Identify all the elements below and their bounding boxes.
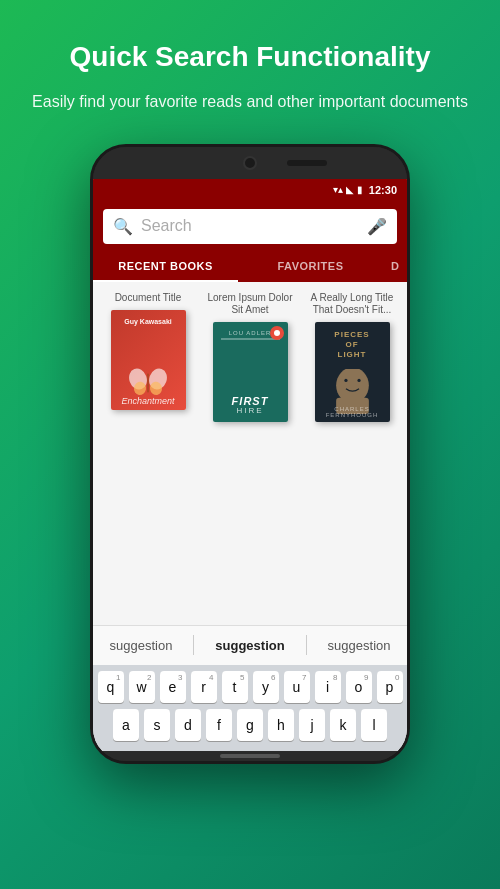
keyboard-suggestions: suggestion suggestion suggestion [93, 625, 407, 665]
key-r[interactable]: 4r [191, 671, 217, 703]
book-3-main-title: PIECESOFLIGHT [319, 330, 386, 361]
suggestion-3[interactable]: suggestion [316, 634, 403, 657]
phone-screen: ▾▴ ◣ ▮ 12:30 🔍 Search 🎤 RECENT BOOKS [93, 179, 407, 751]
svg-point-8 [357, 378, 360, 381]
key-e[interactable]: 3e [160, 671, 186, 703]
tabs-bar: RECENT BOOKS FAVORITES D [93, 252, 407, 282]
search-box[interactable]: 🔍 Search 🎤 [103, 209, 397, 244]
phone-camera [243, 156, 257, 170]
suggestion-1[interactable]: suggestion [97, 634, 184, 657]
key-q[interactable]: 1q [98, 671, 124, 703]
home-indicator [220, 754, 280, 758]
tab-recent-books[interactable]: RECENT BOOKS [93, 252, 238, 282]
tab-partial[interactable]: D [383, 252, 407, 282]
battery-icon: ▮ [357, 184, 363, 195]
key-d[interactable]: d [175, 709, 201, 741]
book-cover-3[interactable]: PIECESOFLIGHT [315, 322, 390, 422]
status-bar: ▾▴ ◣ ▮ 12:30 [93, 179, 407, 201]
keyboard-row-2: a s d f g h j k l [97, 709, 403, 741]
key-f[interactable]: f [206, 709, 232, 741]
key-g[interactable]: g [237, 709, 263, 741]
book-3-author: CHARLES FERNYHOUGH [315, 406, 390, 418]
book-cover-1[interactable]: Guy Kawasaki Enchan [111, 310, 186, 410]
key-u[interactable]: 7u [284, 671, 310, 703]
key-y[interactable]: 6y [253, 671, 279, 703]
book-word-sub: HIRE [213, 406, 288, 415]
key-w[interactable]: 2w [129, 671, 155, 703]
book-item-1[interactable]: Document Title Guy Kawasaki [101, 292, 195, 615]
book-title-3: A Really Long Title That Doesn't Fit... [305, 292, 399, 316]
svg-point-7 [344, 378, 347, 381]
key-l[interactable]: l [361, 709, 387, 741]
phone-speaker [287, 160, 327, 166]
signal-icon: ◣ [346, 184, 354, 195]
book-badge-2 [270, 326, 284, 340]
book-item-3[interactable]: A Really Long Title That Doesn't Fit... … [305, 292, 399, 615]
books-grid: Document Title Guy Kawasaki [93, 282, 407, 625]
app-bar: 🔍 Search 🎤 [93, 201, 407, 252]
book-author-1: Guy Kawasaki [115, 318, 182, 326]
butterfly-icon [128, 367, 168, 397]
key-k[interactable]: k [330, 709, 356, 741]
book-item-2[interactable]: Lorem Ipsum Dolor Sit Amet LOU ADLER FIR… [203, 292, 297, 615]
divider-2 [306, 635, 307, 655]
search-icon: 🔍 [113, 217, 133, 236]
book-title-2: Lorem Ipsum Dolor Sit Amet [203, 292, 297, 316]
keyboard-row-1: 1q 2w 3e 4r 5t 6y 7u 8i 9o 0p [97, 671, 403, 703]
status-time: 12:30 [369, 184, 397, 196]
key-p[interactable]: 0p [377, 671, 403, 703]
phone-notch [93, 147, 407, 179]
book-cover-name-1: Enchantment [115, 396, 182, 406]
phone-body: ▾▴ ◣ ▮ 12:30 🔍 Search 🎤 RECENT BOOKS [90, 144, 410, 764]
wifi-icon: ▾▴ [333, 184, 343, 195]
key-o[interactable]: 9o [346, 671, 372, 703]
key-a[interactable]: a [113, 709, 139, 741]
key-t[interactable]: 5t [222, 671, 248, 703]
page-subtitle: Easily find your favorite reads and othe… [32, 90, 468, 114]
microphone-icon[interactable]: 🎤 [367, 217, 387, 236]
phone-home-bar [93, 751, 407, 761]
divider-1 [193, 635, 194, 655]
search-input[interactable]: Search [141, 217, 359, 235]
header-section: Quick Search Functionality Easily find y… [2, 0, 498, 124]
status-icons: ▾▴ ◣ ▮ [333, 184, 363, 195]
book-cover-3-inner: PIECESOFLIGHT [315, 322, 390, 422]
book-title-1: Document Title [115, 292, 182, 304]
phone-mockup: ▾▴ ◣ ▮ 12:30 🔍 Search 🎤 RECENT BOOKS [90, 144, 410, 764]
key-j[interactable]: j [299, 709, 325, 741]
suggestion-2[interactable]: suggestion [203, 634, 296, 657]
page-title: Quick Search Functionality [32, 40, 468, 74]
book-cover-2[interactable]: LOU ADLER FIRST HIRE [213, 322, 288, 422]
key-h[interactable]: h [268, 709, 294, 741]
key-s[interactable]: s [144, 709, 170, 741]
key-i[interactable]: 8i [315, 671, 341, 703]
keyboard: 1q 2w 3e 4r 5t 6y 7u 8i 9o 0p a s d f [93, 665, 407, 751]
tab-favorites[interactable]: FAVORITES [238, 252, 383, 282]
